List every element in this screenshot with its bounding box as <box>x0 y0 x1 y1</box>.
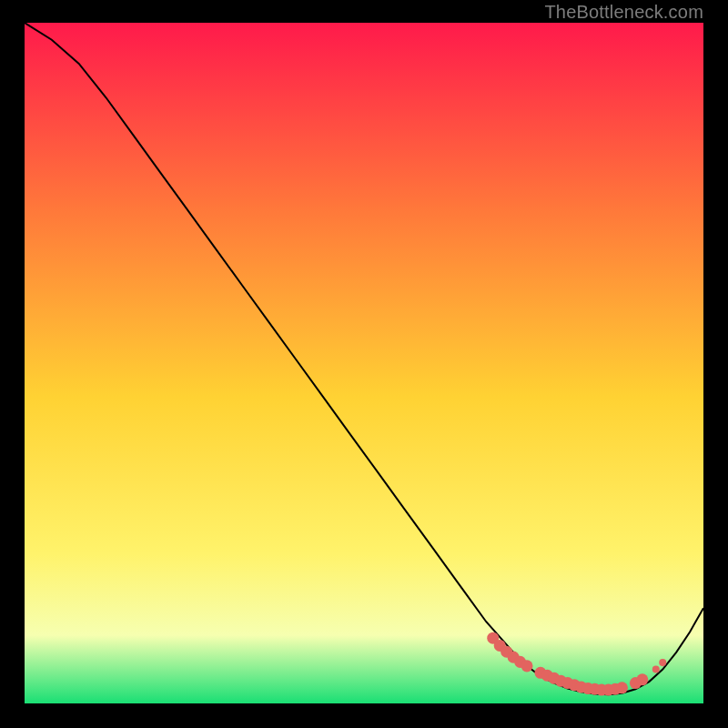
curve-dots <box>487 632 666 696</box>
curve-dot <box>636 673 648 685</box>
curve-dot <box>616 682 628 693</box>
curve-dot <box>652 666 660 673</box>
attribution-text: TheBottleneck.com <box>544 2 703 23</box>
curve-dot <box>521 660 533 672</box>
curve-layer <box>25 23 703 703</box>
chart-stage: TheBottleneck.com <box>0 0 728 728</box>
bottleneck-curve <box>25 23 703 694</box>
curve-dot <box>659 659 666 666</box>
plot-area <box>25 23 703 703</box>
